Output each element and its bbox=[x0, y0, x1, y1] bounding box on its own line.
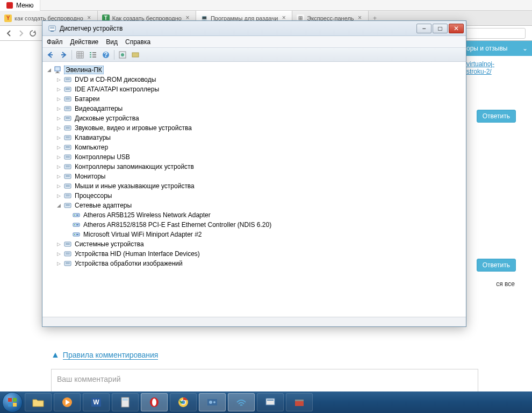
tree-category[interactable]: ▷Контроллеры запоминающих устройств bbox=[45, 162, 464, 172]
tree-category[interactable]: ▷Устройства обработки изображений bbox=[45, 259, 464, 268]
taskbar-opera[interactable] bbox=[141, 393, 168, 411]
reply-button-1[interactable]: Ответить bbox=[477, 110, 516, 123]
category-label[interactable]: Батареи bbox=[74, 95, 100, 103]
tree-category[interactable]: ▷Видеоадаптеры bbox=[45, 104, 464, 113]
tree-category[interactable]: ▷Батареи bbox=[45, 94, 464, 104]
category-label[interactable]: Сетевые адаптеры bbox=[74, 202, 133, 209]
category-label[interactable]: Звуковые, видео и игровые устройства bbox=[74, 124, 193, 132]
category-label[interactable]: Дисковые устройства bbox=[74, 115, 140, 122]
category-label[interactable]: Видеоадаптеры bbox=[74, 105, 124, 112]
taskbar-wifi[interactable] bbox=[228, 393, 255, 411]
comment-rules-link[interactable]: Правила комментирования bbox=[63, 351, 159, 360]
back-button[interactable] bbox=[3, 27, 15, 39]
toolbar-properties-button[interactable]: ? bbox=[100, 49, 112, 61]
menu-Справка[interactable]: Справка bbox=[125, 38, 150, 46]
device-tree[interactable]: ◢Эвелина-ПК▷DVD и CD-ROM дисководы▷IDE A… bbox=[42, 62, 466, 317]
category-label[interactable]: DVD и CD-ROM дисководы bbox=[74, 76, 157, 83]
expand-icon[interactable]: ▷ bbox=[55, 115, 62, 122]
expand-icon[interactable]: ▷ bbox=[55, 260, 62, 267]
expand-icon[interactable]: ▷ bbox=[55, 125, 62, 131]
expand-icon[interactable]: ▷ bbox=[55, 173, 62, 180]
tree-category[interactable]: ▷Клавиатуры bbox=[45, 133, 464, 143]
toolbar-back-button[interactable] bbox=[45, 49, 56, 61]
start-button[interactable] bbox=[2, 392, 23, 412]
title-bar[interactable]: Диспетчер устройств − □ ✕ bbox=[42, 21, 466, 36]
collapse-icon[interactable]: ◢ bbox=[46, 67, 52, 73]
category-label[interactable]: Мыши и иные указывающие устройства bbox=[74, 182, 196, 190]
expand-icon[interactable]: ▷ bbox=[55, 76, 62, 83]
category-label[interactable]: Компьютер bbox=[74, 144, 109, 151]
tree-category[interactable]: ▷Устройства HID (Human Interface Devices… bbox=[45, 249, 464, 259]
tree-category[interactable]: ▷IDE ATA/ATAPI контроллеры bbox=[45, 84, 464, 94]
sidebar-link-1[interactable]: virtualnoj- bbox=[466, 60, 528, 68]
expand-icon[interactable]: ▷ bbox=[55, 183, 62, 189]
taskbar-chrome[interactable] bbox=[170, 393, 197, 411]
tree-device[interactable]: Atheros AR8152/8158 PCI-E Fast Ethernet … bbox=[45, 220, 464, 230]
toolbar-forward-button[interactable] bbox=[57, 49, 69, 61]
tree-category[interactable]: ▷Дисковые устройства bbox=[45, 113, 464, 123]
tree-category[interactable]: ▷DVD и CD-ROM дисководы bbox=[45, 75, 464, 84]
expand-icon[interactable]: ▷ bbox=[55, 134, 62, 141]
device-label[interactable]: Microsoft Virtual WiFi Miniport Adapter … bbox=[82, 231, 203, 238]
tree-category[interactable]: ▷Звуковые, видео и игровые устройства bbox=[45, 123, 464, 133]
category-label[interactable]: Клавиатуры bbox=[74, 134, 112, 141]
expand-icon[interactable]: ▷ bbox=[55, 241, 62, 247]
tree-device[interactable]: Atheros AR5B125 Wireless Network Adapter bbox=[45, 210, 464, 220]
taskbar-word[interactable]: W bbox=[83, 393, 110, 411]
expand-icon[interactable]: ◢ bbox=[55, 202, 62, 209]
forward-button[interactable] bbox=[15, 27, 27, 39]
taskbar-media[interactable] bbox=[54, 393, 81, 411]
tree-category[interactable]: ▷Контроллеры USB bbox=[45, 152, 464, 162]
sidebar-header[interactable]: оры и отзывы ⌄ bbox=[462, 41, 532, 56]
taskbar-devmgr[interactable] bbox=[257, 393, 284, 411]
svg-rect-42 bbox=[66, 147, 70, 148]
tree-category[interactable]: ▷Системные устройства bbox=[45, 239, 464, 249]
device-label[interactable]: Atheros AR8152/8158 PCI-E Fast Ethernet … bbox=[82, 221, 272, 229]
root-label[interactable]: Эвелина-ПК bbox=[64, 66, 104, 74]
svg-rect-77 bbox=[66, 262, 70, 263]
reload-button[interactable] bbox=[27, 27, 39, 39]
category-label[interactable]: Устройства обработки изображений bbox=[74, 260, 184, 267]
tree-category[interactable]: ▷Компьютер bbox=[45, 143, 464, 152]
taskbar-movie[interactable] bbox=[199, 393, 226, 411]
toolbar-help-button[interactable] bbox=[130, 49, 141, 61]
category-label[interactable]: IDE ATA/ATAPI контроллеры bbox=[74, 86, 160, 93]
opera-menu-button[interactable]: Меню bbox=[0, 0, 40, 11]
category-label[interactable]: Устройства HID (Human Interface Devices) bbox=[74, 250, 201, 258]
expand-icon[interactable]: ▷ bbox=[55, 154, 62, 160]
expand-icon[interactable]: ▷ bbox=[55, 193, 62, 199]
tree-category[interactable]: ◢Сетевые адаптеры bbox=[45, 201, 464, 210]
tree-category[interactable]: ▷Мониторы bbox=[45, 172, 464, 181]
expand-icon[interactable]: ▷ bbox=[55, 96, 62, 102]
menu-Вид[interactable]: Вид bbox=[106, 38, 118, 46]
toolbar-details-button[interactable] bbox=[74, 49, 86, 61]
tree-category[interactable]: ▷Процессоры bbox=[45, 191, 464, 201]
maximize-button[interactable]: □ bbox=[433, 24, 448, 33]
expand-icon[interactable]: ▷ bbox=[55, 251, 62, 257]
category-label[interactable]: Контроллеры USB bbox=[74, 153, 131, 161]
menu-Файл[interactable]: Файл bbox=[47, 38, 63, 46]
category-label[interactable]: Мониторы bbox=[74, 173, 106, 180]
category-label[interactable]: Процессоры bbox=[74, 192, 113, 200]
reply-button-2[interactable]: Ответить bbox=[477, 259, 516, 272]
sidebar-link-2[interactable]: stroku-2/ bbox=[466, 68, 528, 75]
expand-icon[interactable]: ▷ bbox=[55, 144, 62, 151]
taskbar-toolbox[interactable] bbox=[286, 393, 313, 411]
toolbar-scan-button[interactable] bbox=[117, 49, 128, 61]
toolbar-list-button[interactable] bbox=[87, 49, 99, 61]
tree-root[interactable]: ◢Эвелина-ПК bbox=[45, 65, 464, 75]
taskbar-calc[interactable] bbox=[112, 393, 139, 411]
expand-icon[interactable]: ▷ bbox=[55, 163, 62, 170]
device-label[interactable]: Atheros AR5B125 Wireless Network Adapter bbox=[82, 211, 212, 219]
tree-device[interactable]: Microsoft Virtual WiFi Miniport Adapter … bbox=[45, 230, 464, 239]
taskbar-explorer[interactable] bbox=[25, 393, 52, 411]
expand-icon[interactable]: ▷ bbox=[55, 86, 62, 92]
tree-category[interactable]: ▷Мыши и иные указывающие устройства bbox=[45, 181, 464, 191]
category-label[interactable]: Системные устройства bbox=[74, 240, 145, 248]
category-label[interactable]: Контроллеры запоминающих устройств bbox=[74, 163, 195, 170]
chevron-down-icon: ⌄ bbox=[522, 45, 528, 52]
menu-Действие[interactable]: Действие bbox=[70, 38, 99, 46]
close-button[interactable]: ✕ bbox=[449, 24, 464, 33]
expand-icon[interactable]: ▷ bbox=[55, 105, 62, 112]
minimize-button[interactable]: − bbox=[416, 24, 432, 33]
